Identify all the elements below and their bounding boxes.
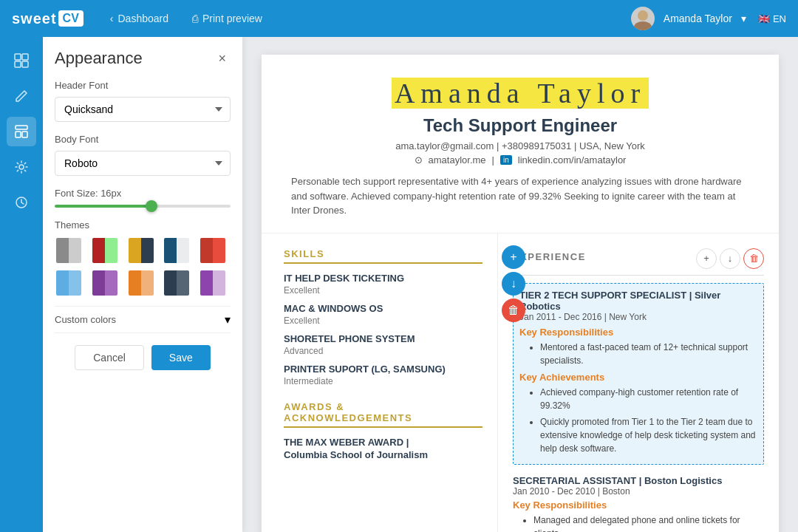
- exp-add-button[interactable]: +: [696, 248, 717, 269]
- exp-delete-button[interactable]: 🗑: [743, 248, 764, 269]
- award-org: Columbia School of Journalism: [284, 449, 482, 460]
- sidebar-item-template[interactable]: [7, 117, 36, 146]
- exp-job-date-2: Jan 2010 - Dec 2010 | Boston: [513, 486, 764, 497]
- user-name: Amanda Taylor: [664, 13, 732, 24]
- body-font-select[interactable]: Roboto Open Sans Lato Quicksand: [55, 151, 231, 176]
- award-title: THE MAX WEBER AWARD |: [284, 437, 482, 448]
- theme-swatch-8[interactable]: [163, 269, 191, 297]
- logo: sweet CV: [12, 10, 83, 27]
- svg-point-1: [634, 21, 652, 30]
- dashboard-button[interactable]: ‹ Dashboard: [101, 8, 177, 29]
- top-nav: sweet CV ‹ Dashboard ⎙ Print preview Ama…: [0, 0, 798, 37]
- svg-rect-4: [15, 61, 21, 67]
- lang-label: EN: [773, 13, 786, 24]
- language-selector[interactable]: 🇬🇧 EN: [758, 13, 786, 24]
- resume-header: Amanda Taylor Tech Support Engineer ama.…: [262, 55, 779, 233]
- svg-rect-8: [22, 132, 27, 137]
- flag-icon: 🇬🇧: [758, 13, 770, 24]
- user-section[interactable]: Amanda Taylor ▾: [631, 7, 746, 30]
- panel-header: Appearance ×: [55, 49, 231, 68]
- exp-ach-bullet-2: Quickly promoted from Tier 1 to the Tier…: [540, 415, 757, 455]
- svg-rect-7: [16, 132, 21, 137]
- theme-swatch-0[interactable]: [55, 236, 83, 265]
- skills-heading: SKILLS: [284, 248, 482, 264]
- sidebar-item-edit[interactable]: [7, 81, 36, 111]
- skill-level-1: Excellent: [284, 285, 482, 296]
- theme-swatch-4[interactable]: [199, 236, 227, 265]
- theme-swatch-3[interactable]: [163, 236, 191, 265]
- resume-links: ⊙ amataylor.me | in linkedin.com/in/amat…: [291, 154, 749, 166]
- skill-item-2: MAC & WINDOWS OS Excellent: [284, 303, 482, 326]
- exp-ach-label-1: Key Achievements: [519, 372, 757, 383]
- resume-left: SKILLS IT HELP DESK TICKETING Excellent …: [262, 233, 498, 533]
- section-delete-button[interactable]: 🗑: [502, 299, 525, 322]
- print-label: Print preview: [202, 13, 262, 24]
- sidebar-item-settings[interactable]: [7, 152, 36, 182]
- print-icon: ⎙: [192, 13, 198, 24]
- svg-rect-6: [16, 126, 27, 129]
- cancel-button[interactable]: Cancel: [75, 345, 144, 370]
- themes-label: Themes: [55, 219, 231, 231]
- header-font-section: Header Font Quicksand Roboto Open Sans L…: [55, 80, 231, 134]
- custom-colors-row[interactable]: Custom colors ▾: [55, 306, 231, 333]
- close-button[interactable]: ×: [214, 50, 231, 68]
- theme-swatch-7[interactable]: [127, 269, 155, 297]
- exp-resp-bullet-1: Mentored a fast-paced team of 12+ techni…: [540, 341, 757, 367]
- sidebar-item-layout[interactable]: [7, 46, 36, 75]
- resume-summary: Personable tech support representative w…: [291, 174, 749, 218]
- skill-name-2: MAC & WINDOWS OS: [284, 303, 482, 314]
- theme-swatch-6[interactable]: [91, 269, 119, 297]
- user-chevron-icon: ▾: [741, 13, 746, 24]
- resume-title: Tech Support Engineer: [291, 115, 749, 136]
- exp-job-title-1: TIER 2 TECH SUPPORT SPECIALIST | Silver …: [519, 290, 757, 312]
- theme-swatch-1[interactable]: [91, 236, 119, 265]
- svg-rect-5: [22, 61, 28, 67]
- resume-body: SKILLS IT HELP DESK TICKETING Excellent …: [262, 233, 779, 533]
- svg-point-0: [638, 10, 648, 21]
- theme-swatch-5[interactable]: [55, 269, 83, 297]
- header-font-label: Header Font: [55, 80, 231, 91]
- print-preview-button[interactable]: ⎙ Print preview: [183, 8, 271, 29]
- save-button[interactable]: Save: [151, 345, 211, 370]
- appearance-panel: Appearance × Header Font Quicksand Robot…: [43, 37, 242, 532]
- font-size-slider-container: [55, 205, 231, 208]
- dashboard-label: Dashboard: [118, 13, 169, 24]
- svg-rect-2: [15, 54, 21, 60]
- skill-level-3: Advanced: [284, 346, 482, 356]
- main-area: Appearance × Header Font Quicksand Robot…: [0, 37, 798, 532]
- body-font-label: Body Font: [55, 134, 231, 145]
- exp-down-button[interactable]: ↓: [720, 248, 740, 269]
- header-font-select[interactable]: Quicksand Roboto Open Sans Lato: [55, 97, 231, 122]
- theme-swatch-2[interactable]: [127, 236, 155, 265]
- themes-section: Themes: [55, 219, 231, 297]
- exp-resp-label-1: Key Responsibilities: [519, 327, 757, 338]
- skill-level-2: Excellent: [284, 316, 482, 326]
- skill-level-4: Intermediate: [284, 376, 482, 386]
- custom-colors-label: Custom colors: [55, 314, 116, 325]
- section-down-button[interactable]: ↓: [502, 272, 525, 296]
- section-add-button[interactable]: +: [502, 245, 525, 269]
- svg-point-9: [19, 165, 24, 169]
- website-link: amataylor.me: [429, 154, 486, 166]
- resume-area[interactable]: Amanda Taylor Tech Support Engineer ama.…: [242, 37, 798, 532]
- theme-swatch-9[interactable]: [199, 269, 227, 297]
- custom-colors-chevron-icon: ▾: [225, 313, 231, 327]
- section-toolbar: + ↓ 🗑: [502, 245, 525, 322]
- skill-name-1: IT HELP DESK TICKETING: [284, 273, 482, 284]
- experience-toolbar: + ↓ 🗑: [696, 248, 764, 269]
- skill-item-3: SHORETEL PHONE SYSTEM Advanced: [284, 333, 482, 356]
- awards-section: AWARDS &ACKNOWLEDGEMENTS THE MAX WEBER A…: [284, 401, 482, 460]
- font-size-slider[interactable]: [55, 205, 231, 208]
- slider-thumb[interactable]: [146, 200, 157, 212]
- awards-heading: AWARDS &ACKNOWLEDGEMENTS: [284, 401, 482, 428]
- skill-item-1: IT HELP DESK TICKETING Excellent: [284, 273, 482, 296]
- skill-item-4: PRINTER SUPORT (LG, SAMSUNG) Intermediat…: [284, 364, 482, 386]
- resume-page: Amanda Taylor Tech Support Engineer ama.…: [262, 55, 779, 532]
- linkedin-link: linkedin.com/in/amataylor: [518, 154, 627, 166]
- font-size-section: Font Size: 16px: [55, 188, 231, 208]
- sidebar-item-history[interactable]: [7, 188, 36, 217]
- font-size-label: Font Size: 16px: [55, 188, 231, 199]
- resume-name: Amanda Taylor: [392, 78, 649, 109]
- experience-item-2: SECRETARIAL ASSISTANT | Boston Logistics…: [513, 472, 764, 533]
- resume-right: EXPERIENCE + ↓ 🗑 TIER 2 TECH SUPPORT SPE…: [498, 233, 779, 533]
